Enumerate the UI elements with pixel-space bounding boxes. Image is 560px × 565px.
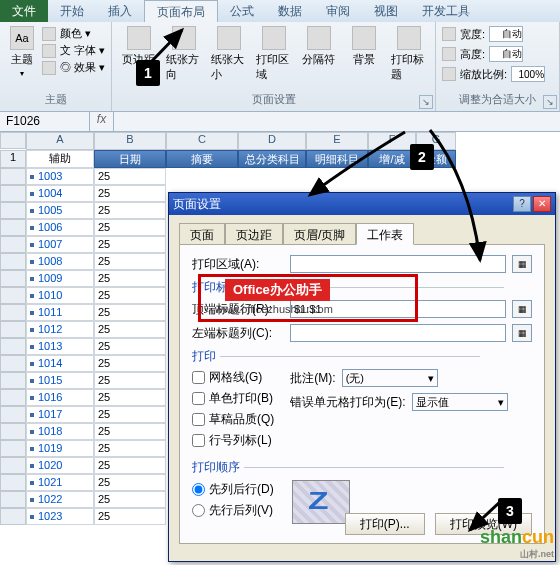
col-header-c[interactable]: C bbox=[166, 132, 238, 150]
header-date[interactable]: 日期 bbox=[94, 150, 166, 168]
tab-view[interactable]: 视图 bbox=[362, 0, 410, 22]
cell[interactable]: 25 bbox=[94, 304, 166, 321]
colors-button[interactable]: 颜色 ▾ bbox=[42, 26, 105, 41]
cell[interactable]: 25 bbox=[94, 440, 166, 457]
tab-formulas[interactable]: 公式 bbox=[218, 0, 266, 22]
tab-file[interactable]: 文件 bbox=[0, 0, 48, 22]
top-rows-ref-button[interactable]: ▦ bbox=[512, 300, 532, 318]
orientation-button[interactable]: 纸张方向 bbox=[166, 26, 202, 90]
cell[interactable]: 25 bbox=[94, 508, 166, 525]
cell[interactable]: 25 bbox=[94, 321, 166, 338]
formula-input[interactable] bbox=[114, 112, 560, 131]
tab-data[interactable]: 数据 bbox=[266, 0, 314, 22]
print-area-input[interactable] bbox=[290, 255, 506, 273]
scale-dialog-launcher[interactable]: ↘ bbox=[543, 95, 557, 109]
select-all-corner[interactable] bbox=[0, 132, 26, 149]
row-header[interactable] bbox=[0, 474, 26, 491]
cell[interactable]: 1023 bbox=[26, 508, 94, 525]
row-header[interactable] bbox=[0, 457, 26, 474]
order-down-radio[interactable] bbox=[192, 483, 205, 496]
cell[interactable]: 1006 bbox=[26, 219, 94, 236]
row-header[interactable] bbox=[0, 236, 26, 253]
cell[interactable]: 1012 bbox=[26, 321, 94, 338]
breaks-button[interactable]: 分隔符 bbox=[301, 26, 337, 90]
cell[interactable]: 25 bbox=[94, 270, 166, 287]
cell[interactable]: 25 bbox=[94, 185, 166, 202]
header-detail[interactable]: 明细科目 bbox=[306, 150, 368, 168]
row-header[interactable] bbox=[0, 168, 26, 185]
cell-a1[interactable]: 辅助 bbox=[26, 150, 94, 168]
left-cols-ref-button[interactable]: ▦ bbox=[512, 324, 532, 342]
cell[interactable]: 1009 bbox=[26, 270, 94, 287]
row-header[interactable] bbox=[0, 304, 26, 321]
row-header[interactable] bbox=[0, 440, 26, 457]
cell[interactable]: 1018 bbox=[26, 423, 94, 440]
dlg-tab-page[interactable]: 页面 bbox=[179, 223, 225, 245]
row-header[interactable] bbox=[0, 423, 26, 440]
cell[interactable]: 1007 bbox=[26, 236, 94, 253]
col-header-d[interactable]: D bbox=[238, 132, 306, 150]
cell[interactable]: 1020 bbox=[26, 457, 94, 474]
order-over-radio[interactable] bbox=[192, 504, 205, 517]
dlg-tab-sheet[interactable]: 工作表 bbox=[356, 223, 414, 245]
row-header[interactable] bbox=[0, 372, 26, 389]
print-titles-button[interactable]: 打印标题 bbox=[391, 26, 427, 90]
cell[interactable]: 25 bbox=[94, 287, 166, 304]
header-account[interactable]: 总分类科目 bbox=[238, 150, 306, 168]
row-header-1[interactable]: 1 bbox=[0, 150, 26, 168]
header-incdec[interactable]: 增/减 bbox=[368, 150, 416, 168]
errors-combo[interactable]: 显示值▾ bbox=[412, 393, 508, 411]
cell[interactable]: 25 bbox=[94, 372, 166, 389]
bw-checkbox[interactable] bbox=[192, 392, 205, 405]
themes-button[interactable]: Aa 主题▾ bbox=[6, 26, 38, 90]
print-area-button[interactable]: 打印区域 bbox=[256, 26, 292, 90]
rowcol-checkbox[interactable] bbox=[192, 434, 205, 447]
col-header-f[interactable]: F bbox=[368, 132, 416, 150]
row-header[interactable] bbox=[0, 202, 26, 219]
row-header[interactable] bbox=[0, 219, 26, 236]
print-area-ref-button[interactable]: ▦ bbox=[512, 255, 532, 273]
cell[interactable]: 1011 bbox=[26, 304, 94, 321]
col-header-e[interactable]: E bbox=[306, 132, 368, 150]
tab-insert[interactable]: 插入 bbox=[96, 0, 144, 22]
left-cols-input[interactable] bbox=[290, 324, 506, 342]
name-box[interactable]: F1026 bbox=[0, 112, 90, 131]
cell[interactable]: 25 bbox=[94, 474, 166, 491]
row-header[interactable] bbox=[0, 321, 26, 338]
cell[interactable]: 1005 bbox=[26, 202, 94, 219]
row-header[interactable] bbox=[0, 253, 26, 270]
dialog-titlebar[interactable]: 页面设置 ? ✕ bbox=[169, 193, 555, 215]
cell[interactable]: 25 bbox=[94, 423, 166, 440]
cell[interactable]: 25 bbox=[94, 406, 166, 423]
cell[interactable]: 1013 bbox=[26, 338, 94, 355]
cell[interactable]: 1016 bbox=[26, 389, 94, 406]
row-header[interactable] bbox=[0, 270, 26, 287]
cell[interactable]: 25 bbox=[94, 338, 166, 355]
cell[interactable]: 25 bbox=[94, 355, 166, 372]
row-header[interactable] bbox=[0, 185, 26, 202]
cell[interactable]: 1021 bbox=[26, 474, 94, 491]
print-button[interactable]: 打印(P)... bbox=[345, 513, 425, 535]
header-summary[interactable]: 摘要 bbox=[166, 150, 238, 168]
scale-input[interactable] bbox=[511, 66, 545, 82]
cell[interactable]: 25 bbox=[94, 457, 166, 474]
fx-button[interactable]: fx bbox=[90, 112, 114, 131]
size-button[interactable]: 纸张大小 bbox=[211, 26, 247, 90]
cell[interactable]: 1003 bbox=[26, 168, 94, 185]
cell[interactable]: 25 bbox=[94, 253, 166, 270]
row-header[interactable] bbox=[0, 508, 26, 525]
dlg-tab-headerfooter[interactable]: 页眉/页脚 bbox=[283, 223, 356, 245]
tab-home[interactable]: 开始 bbox=[48, 0, 96, 22]
cell[interactable]: 25 bbox=[94, 202, 166, 219]
cell[interactable]: 1014 bbox=[26, 355, 94, 372]
dialog-close-button[interactable]: ✕ bbox=[533, 196, 551, 212]
cell[interactable]: 1017 bbox=[26, 406, 94, 423]
cell[interactable]: 25 bbox=[94, 491, 166, 508]
cell[interactable]: 1019 bbox=[26, 440, 94, 457]
row-header[interactable] bbox=[0, 389, 26, 406]
width-input[interactable] bbox=[489, 26, 523, 42]
effects-button[interactable]: ◎ 效果 ▾ bbox=[42, 60, 105, 75]
height-input[interactable] bbox=[489, 46, 523, 62]
draft-checkbox[interactable] bbox=[192, 413, 205, 426]
page-setup-dialog-launcher[interactable]: ↘ bbox=[419, 95, 433, 109]
